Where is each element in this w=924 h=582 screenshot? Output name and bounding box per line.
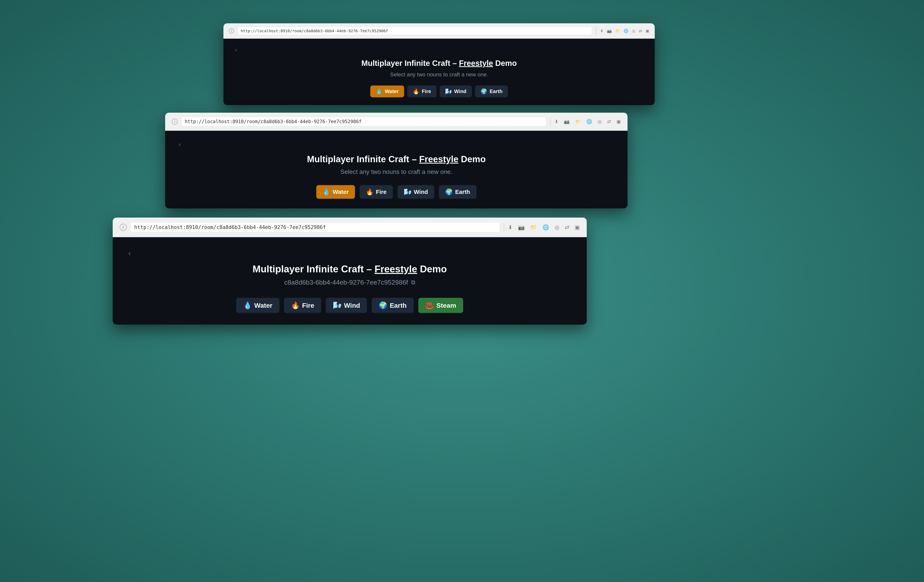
steam-button-3[interactable]: ♨️ Steam — [418, 298, 463, 313]
fire-label-3: Fire — [302, 302, 314, 309]
steam-label-3: Steam — [436, 302, 456, 309]
browser-content-1: ‹ Multiplayer Infinite Craft – Freestyle… — [223, 39, 655, 105]
fire-button-3[interactable]: 🔥 Fire — [284, 298, 321, 313]
wind-emoji-3: 🌬️ — [333, 301, 342, 310]
browser-toolbar-2: ⬇ 📷 📁 🌐 ◎ ⇄ ▣ — [554, 119, 621, 124]
wind-label-3: Wind — [344, 302, 360, 309]
divider-1 — [596, 27, 596, 35]
app-title-1: Multiplayer Infinite Craft – Freestyle D… — [235, 59, 643, 68]
folder-icon-2[interactable]: 📁 — [575, 119, 581, 124]
browser-content-3: ‹ Multiplayer Infinite Craft – Freestyle… — [113, 237, 587, 325]
target-icon-2[interactable]: ◎ — [597, 119, 602, 124]
fire-emoji-3: 🔥 — [291, 301, 300, 310]
download-icon-2[interactable]: ⬇ — [554, 119, 558, 124]
room-id-text: c8a8d6b3-6bb4-44eb-9276-7ee7c952986f — [284, 279, 408, 286]
fire-button-1[interactable]: 🔥 Fire — [407, 86, 437, 97]
app-title-2: Multiplayer Infinite Craft – Freestyle D… — [179, 154, 614, 164]
sidebar-icon-3[interactable]: ▣ — [575, 224, 580, 231]
earth-button-1[interactable]: 🌍 Earth — [475, 86, 508, 97]
app-subtitle-2: Select any two nouns to craft a new one. — [179, 168, 614, 175]
copy-icon[interactable]: ⧉ — [411, 279, 415, 286]
wind-label-2: Wind — [414, 189, 428, 195]
water-emoji-1: 💧 — [376, 88, 383, 95]
earth-label-1: Earth — [490, 88, 502, 94]
divider-3 — [504, 223, 504, 231]
globe-icon-3[interactable]: 🌐 — [543, 224, 549, 231]
back-button-2[interactable]: ‹ — [179, 140, 181, 148]
water-button-1[interactable]: 💧 Water — [370, 86, 404, 97]
divider-2 — [550, 118, 551, 125]
app-title-3: Multiplayer Infinite Craft – Freestyle D… — [128, 264, 571, 275]
back-button-3[interactable]: ‹ — [128, 249, 131, 257]
fire-label-2: Fire — [376, 189, 387, 195]
browser-chrome-3: i http://localhost:8910/room/c8a8d6b3-6b… — [113, 218, 587, 237]
extensions-icon-2[interactable]: ⇄ — [607, 119, 611, 124]
globe-icon-2[interactable]: 🌐 — [586, 119, 592, 124]
steam-emoji-3: ♨️ — [425, 301, 434, 310]
browser-chrome-2: i http://localhost:8910/room/c8a8d6b3-6b… — [165, 113, 627, 131]
water-label-1: Water — [385, 88, 399, 94]
water-button-2[interactable]: 💧 Water — [316, 185, 355, 199]
browser-chrome-1: i http://localhost:8910/room/c8a8d6b3-6b… — [223, 23, 655, 39]
earth-button-3[interactable]: 🌍 Earth — [372, 298, 414, 313]
wind-button-3[interactable]: 🌬️ Wind — [326, 298, 367, 313]
earth-emoji-1: 🌍 — [480, 88, 487, 95]
browser-window-3: i http://localhost:8910/room/c8a8d6b3-6b… — [113, 218, 587, 325]
fire-label-1: Fire — [422, 88, 431, 94]
camera-icon[interactable]: 📷 — [607, 28, 612, 33]
sidebar-icon[interactable]: ▣ — [645, 28, 649, 33]
noun-buttons-1: 💧 Water 🔥 Fire 🌬️ Wind 🌍 Earth — [235, 86, 643, 97]
info-icon-3: i — [120, 224, 127, 231]
wind-button-2[interactable]: 🌬️ Wind — [398, 185, 434, 199]
back-button-1[interactable]: ‹ — [235, 46, 237, 53]
earth-emoji-2: 🌍 — [445, 188, 453, 196]
browser-window-2: i http://localhost:8910/room/c8a8d6b3-6b… — [165, 113, 627, 208]
wind-emoji-1: 🌬️ — [445, 88, 452, 95]
water-emoji-2: 💧 — [322, 188, 330, 196]
camera-icon-3[interactable]: 📷 — [518, 224, 525, 231]
extensions-icon-3[interactable]: ⇄ — [565, 224, 569, 231]
wind-label-1: Wind — [454, 88, 467, 94]
earth-emoji-3: 🌍 — [379, 301, 388, 310]
earth-button-2[interactable]: 🌍 Earth — [439, 185, 476, 199]
download-icon[interactable]: ⬇ — [600, 28, 604, 33]
water-emoji-3: 💧 — [243, 301, 252, 310]
water-button-3[interactable]: 💧 Water — [236, 298, 279, 313]
globe-icon[interactable]: 🌐 — [624, 28, 629, 33]
wind-emoji-2: 🌬️ — [404, 188, 411, 196]
app-subtitle-1: Select any two nouns to craft a new one. — [235, 71, 643, 78]
target-icon-3[interactable]: ◎ — [555, 224, 559, 231]
url-bar-2[interactable]: http://localhost:8910/room/c8a8d6b3-6bb4… — [182, 117, 546, 126]
browser-toolbar-1: ⬇ 📷 📁 🌐 ◎ ⇄ ▣ — [600, 28, 649, 33]
noun-buttons-3: 💧 Water 🔥 Fire 🌬️ Wind 🌍 Earth ♨️ Steam — [128, 298, 571, 313]
target-icon[interactable]: ◎ — [632, 28, 635, 33]
url-bar-3[interactable]: http://localhost:8910/room/c8a8d6b3-6bb4… — [130, 222, 500, 232]
wind-button-1[interactable]: 🌬️ Wind — [440, 86, 472, 97]
sidebar-icon-2[interactable]: ▣ — [617, 119, 621, 124]
earth-label-3: Earth — [390, 302, 407, 309]
browser-window-1: i http://localhost:8910/room/c8a8d6b3-6b… — [223, 23, 655, 105]
extensions-icon[interactable]: ⇄ — [639, 28, 642, 33]
fire-emoji-1: 🔥 — [412, 88, 419, 95]
download-icon-3[interactable]: ⬇ — [508, 224, 513, 231]
fire-button-2[interactable]: 🔥 Fire — [360, 185, 393, 199]
folder-icon-3[interactable]: 📁 — [530, 224, 537, 231]
info-icon-1: i — [229, 28, 234, 33]
fire-emoji-2: 🔥 — [366, 188, 374, 196]
camera-icon-2[interactable]: 📷 — [564, 119, 569, 124]
browser-toolbar-3: ⬇ 📷 📁 🌐 ◎ ⇄ ▣ — [508, 224, 580, 231]
room-id-display: c8a8d6b3-6bb4-44eb-9276-7ee7c952986f ⧉ — [128, 279, 571, 286]
url-bar-1[interactable]: http://localhost:8910/room/c8a8d6b3-6bb4… — [238, 27, 592, 35]
folder-icon[interactable]: 📁 — [615, 28, 620, 33]
noun-buttons-2: 💧 Water 🔥 Fire 🌬️ Wind 🌍 Earth — [179, 185, 614, 199]
info-icon-2: i — [172, 119, 178, 125]
browser-content-2: ‹ Multiplayer Infinite Craft – Freestyle… — [165, 131, 627, 208]
water-label-3: Water — [254, 302, 272, 309]
water-label-2: Water — [333, 189, 348, 195]
earth-label-2: Earth — [455, 189, 470, 195]
